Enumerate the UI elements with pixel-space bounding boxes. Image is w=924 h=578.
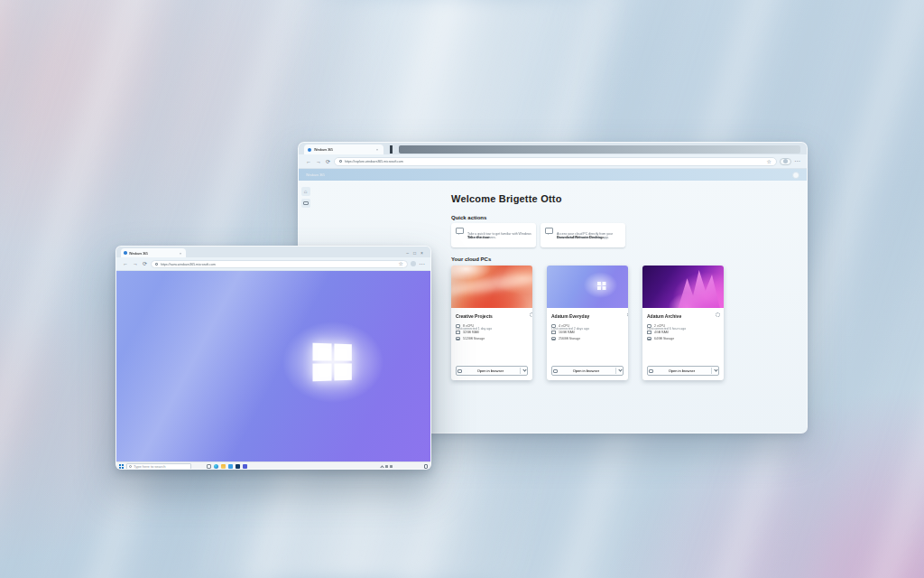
taskbar-search[interactable] [126,463,191,470]
cloud-pc-card-body: Adatum Archive Last connected 6 hours ag… [642,308,724,380]
cloudpc-browser-tab[interactable]: Windows 365 × [121,248,186,257]
spec-storage: 64GB Storage [654,337,674,340]
remote-desktop-icon [545,228,553,234]
button-divider [711,368,712,374]
windows365-app-header: Windows 365 [299,169,807,181]
address-bar[interactable]: https://explore.windows365.microsoft.com… [334,157,777,166]
taskbar-clock[interactable]: 10:04 AM 7/19/2021 [396,463,420,470]
action-center-icon[interactable] [424,464,428,469]
quick-action-description: Take a quick tour to get familiar with W… [467,231,531,239]
spec-cpu: 4 vCPU [559,324,569,328]
address-url: https://www.windows365.microsoft.com [161,262,216,266]
ram-icon [647,331,651,334]
volume-icon[interactable] [390,465,393,468]
browser-menu-icon[interactable]: ⋯ [419,261,425,267]
cloud-pcs-heading: Your cloud PCs [451,256,807,262]
refresh-icon[interactable]: ⟳ [142,261,148,266]
browser-profile-avatar[interactable] [411,261,416,266]
back-icon[interactable]: ← [305,159,312,164]
cpu-icon [456,324,460,328]
cloud-pc-card-adatum-archive: Adatum Archive Last connected 6 hours ag… [642,266,724,380]
button-divider [520,368,521,374]
cpu-icon [647,324,651,328]
portal-browser-tab[interactable]: Windows 365 × [304,144,383,154]
minimize-icon[interactable]: – [406,251,409,256]
cloud-pc-card-creative-projects: Creative Projects Last connected 1 day a… [451,266,532,380]
cloudpc-toolbar: ← → ⟳ https://www.windows365.microsoft.c… [116,257,430,271]
tab-favicon-icon [124,251,127,255]
search-icon [129,465,132,468]
edge-browser-icon[interactable] [214,464,218,469]
cloud-pc-thumbnail [642,266,724,308]
gear-icon[interactable] [530,312,532,317]
gear-icon[interactable] [627,312,628,317]
home-icon[interactable]: ⌂ [301,187,310,196]
browser-profile-pill[interactable] [780,158,791,165]
button-divider [615,368,616,374]
close-icon[interactable]: × [420,251,423,256]
system-tray: 10:04 AM 7/19/2021 [381,463,428,470]
ram-icon [551,331,556,334]
browser-icon [649,369,653,373]
task-view-icon[interactable] [207,464,211,469]
browser-icon [553,369,558,373]
cloud-pc-thumbnail [547,266,628,308]
open-in-browser-button[interactable]: Open in browser [551,366,624,376]
quick-action-description: Access your cloud PC directly from your … [557,231,621,239]
cloud-pcs-nav-icon[interactable] [301,199,310,208]
cloudpc-browser-window: Windows 365 × – □ × ← → ⟳ https://www.wi… [116,246,431,470]
quick-action-download-remote-desktop[interactable]: Download Remote Desktop Access your clou… [541,223,625,247]
spec-storage: 256GB Storage [559,337,580,340]
cloud-pc-name: Adatum Archive [647,314,681,319]
portal-toolbar: ← → ⟳ https://explore.windows365.microso… [299,154,807,169]
browser-menu-icon[interactable]: ⋯ [794,158,800,164]
portal-tabstrip: Windows 365 × [299,143,807,154]
store-icon[interactable] [236,464,240,469]
chevron-up-icon[interactable] [381,465,384,469]
quick-actions-row: Take the tour Take a quick tour to get f… [451,223,807,247]
quick-action-take-tour[interactable]: Take the tour Take a quick tour to get f… [451,223,536,247]
last-connected: Last connected 2 days ago [551,327,589,331]
start-button-icon[interactable] [119,464,124,469]
cloud-pc-card-body: Adatum Everyday Last connected 2 days ag… [547,308,628,380]
chevron-down-icon[interactable] [618,368,622,371]
back-icon[interactable]: ← [122,261,129,266]
open-in-browser-label: Open in browser [573,369,599,373]
chevron-down-icon[interactable] [522,368,526,371]
open-in-browser-button[interactable]: Open in browser [647,366,719,376]
open-in-browser-button[interactable]: Open in browser [456,366,528,376]
tour-icon [456,228,464,234]
cloud-pc-row: Creative Projects Last connected 1 day a… [451,266,807,380]
phone-app-icon[interactable] [243,464,247,469]
refresh-icon[interactable]: ⟳ [325,159,331,164]
spec-storage: 512GB Storage [463,337,485,340]
cloud-pc-card-body: Creative Projects Last connected 1 day a… [451,308,532,380]
tab-close-icon[interactable]: × [376,148,378,152]
favorite-star-icon[interactable]: ☆ [767,159,772,164]
tab-close-icon[interactable]: × [180,251,181,255]
window-controls: – □ × [406,251,426,257]
tabstrip-empty-area [399,145,800,154]
network-icon[interactable] [385,465,388,468]
last-connected: Last connected 6 hours ago [647,327,686,331]
search-input[interactable] [134,464,189,469]
gear-icon[interactable] [716,312,720,317]
lock-icon [155,263,158,266]
quick-action-text: Download Remote Desktop Access your clou… [557,227,621,244]
address-bar[interactable]: https://www.windows365.microsoft.com ☆ [151,260,408,268]
taskbar-pinned-icons [207,464,247,469]
new-tab-button[interactable] [390,145,393,154]
forward-icon[interactable]: → [315,159,322,164]
user-avatar[interactable] [792,172,799,179]
maximize-icon[interactable]: □ [413,251,416,256]
favorite-star-icon[interactable]: ☆ [399,261,403,266]
chevron-down-icon[interactable] [714,368,717,371]
forward-icon[interactable]: → [132,261,139,266]
storage-icon [647,337,651,340]
file-explorer-icon[interactable] [221,464,226,469]
cloud-pc-thumbnail [451,266,532,308]
open-in-browser-label: Open in browser [477,369,504,373]
app-title: Windows 365 [306,173,325,177]
mail-icon[interactable] [228,464,233,469]
spec-cpu: 8 vCPU [463,324,474,328]
